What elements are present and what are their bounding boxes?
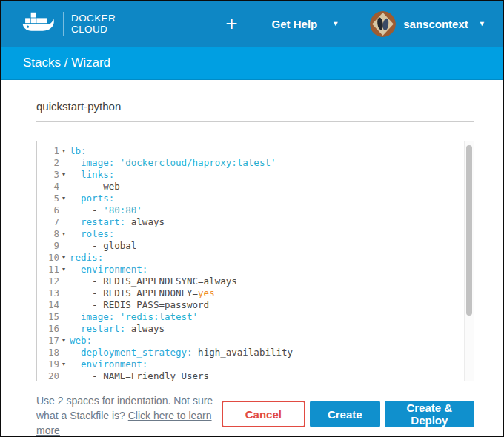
editor-scrollbar-track[interactable] [464, 141, 474, 381]
editor-lines: 1▾lb:2 image: 'dockercloud/haproxy:lates… [37, 145, 474, 381]
get-help-label: Get Help [272, 18, 318, 30]
fold-gutter-empty [59, 311, 70, 323]
code-text: deployment_strategy: high_availability [70, 347, 474, 358]
line-number: 5 [37, 193, 59, 204]
fold-arrow-icon[interactable]: ▾ [59, 252, 70, 264]
line-number: 4 [37, 181, 59, 193]
code-line: 20 - NAME=Friendly Users [37, 370, 474, 381]
fold-gutter-empty [59, 181, 70, 193]
chevron-down-icon: ▾ [480, 20, 484, 27]
code-text: - REDIS_PASS=password [70, 299, 474, 311]
line-number: 15 [37, 311, 59, 323]
line-number: 17 [37, 335, 59, 347]
stack-name-input[interactable] [36, 97, 474, 122]
fold-arrow-icon[interactable]: ▾ [59, 264, 70, 276]
code-text: - NAME=Friendly Users [70, 370, 474, 381]
logo-divider [63, 12, 64, 36]
indentation-hint: Use 2 spaces for indentation. Not sure w… [36, 393, 222, 437]
code-text: - global [70, 240, 474, 252]
fold-gutter-empty [59, 370, 70, 381]
fold-arrow-icon[interactable]: ▾ [59, 145, 70, 157]
fold-gutter-empty [59, 216, 70, 228]
fold-gutter-empty [59, 299, 70, 311]
line-number: 20 [37, 370, 59, 381]
code-text: ports: [70, 193, 474, 204]
code-line: 18 deployment_strategy: high_availabilit… [37, 347, 474, 358]
code-text: roles: [70, 228, 474, 240]
fold-arrow-icon[interactable]: ▾ [59, 228, 70, 240]
code-text: image: 'redis:latest' [70, 311, 474, 323]
line-number: 19 [37, 358, 59, 370]
fold-gutter-empty [59, 347, 70, 358]
code-line: 13 - REDIS_APPENDONLY=yes [37, 287, 474, 299]
code-text: environment: [70, 264, 474, 276]
code-text: redis: [70, 252, 474, 264]
fold-arrow-icon[interactable]: ▾ [59, 169, 70, 181]
fold-gutter-empty [59, 157, 70, 169]
line-number: 7 [37, 216, 59, 228]
stackfile-editor[interactable]: 1▾lb:2 image: 'dockercloud/haproxy:lates… [36, 141, 474, 381]
docker-cloud-window: DOCKER CLOUD + Get Help ▾ [0, 0, 504, 437]
line-number: 10 [37, 252, 59, 264]
code-line: 12 - REDIS_APPENDFSYNC=always [37, 276, 474, 287]
line-number: 6 [37, 204, 59, 216]
breadcrumb-bar: Stacks / Wizard [1, 47, 503, 80]
username: sanscontext [403, 18, 468, 30]
docker-cloud-logo[interactable]: DOCKER CLOUD [21, 11, 116, 36]
fold-arrow-icon[interactable]: ▾ [59, 193, 70, 204]
code-text: - REDIS_APPENDFSYNC=always [70, 276, 474, 287]
user-menu[interactable]: sanscontext ▾ [370, 11, 484, 37]
top-navbar: DOCKER CLOUD + Get Help ▾ [1, 1, 503, 47]
create-button[interactable]: Create [310, 401, 380, 427]
fold-gutter-empty [59, 204, 70, 216]
action-buttons: Cancel Create Create & Deploy [222, 401, 474, 427]
fold-gutter-empty [59, 323, 70, 335]
line-number: 18 [37, 347, 59, 358]
avatar [370, 11, 396, 37]
code-line: 9 - global [37, 240, 474, 252]
code-text: restart: always [70, 323, 474, 335]
line-number: 8 [37, 228, 59, 240]
line-number: 11 [37, 264, 59, 276]
code-line: 19▾ environment: [37, 358, 474, 370]
create-new-button[interactable]: + [225, 13, 237, 34]
code-line: 5▾ ports: [37, 193, 474, 204]
code-line: 3▾ links: [37, 169, 474, 181]
code-text: image: 'dockercloud/haproxy:latest' [70, 157, 474, 169]
wizard-footer: Use 2 spaces for indentation. Not sure w… [36, 393, 474, 437]
code-text: - REDIS_APPENDONLY=yes [70, 287, 474, 299]
docker-whale-icon [21, 11, 54, 36]
line-number: 14 [37, 299, 59, 311]
code-line: 2 image: 'dockercloud/haproxy:latest' [37, 157, 474, 169]
get-help-menu[interactable]: Get Help ▾ [272, 18, 338, 30]
code-text: environment: [70, 358, 474, 370]
line-number: 9 [37, 240, 59, 252]
wizard-content: 1▾lb:2 image: 'dockercloud/haproxy:lates… [1, 80, 503, 437]
code-text: links: [70, 169, 474, 181]
create-deploy-button[interactable]: Create & Deploy [385, 401, 474, 427]
code-line: 14 - REDIS_PASS=password [37, 299, 474, 311]
chevron-down-icon: ▾ [334, 20, 337, 27]
fold-gutter-empty [59, 287, 70, 299]
code-line: 6 - '80:80' [37, 204, 474, 216]
editor-scrollbar-thumb[interactable] [466, 145, 472, 316]
code-line: 4 - web [37, 181, 474, 193]
code-line: 16 restart: always [37, 323, 474, 335]
fold-gutter-empty [59, 276, 70, 287]
fold-gutter-empty [59, 240, 70, 252]
fold-arrow-icon[interactable]: ▾ [59, 335, 70, 347]
code-text: restart: always [70, 216, 474, 228]
code-line: 17▾web: [37, 335, 474, 347]
cancel-button[interactable]: Cancel [222, 401, 305, 427]
line-number: 12 [37, 276, 59, 287]
code-line: 15 image: 'redis:latest' [37, 311, 474, 323]
code-text: - '80:80' [70, 204, 474, 216]
line-number: 13 [37, 287, 59, 299]
fold-arrow-icon[interactable]: ▾ [59, 358, 70, 370]
code-text: web: [70, 335, 474, 347]
brand-line-2: CLOUD [71, 24, 116, 35]
breadcrumb: Stacks / Wizard [23, 56, 110, 70]
brand-line-1: DOCKER [71, 13, 116, 24]
code-line: 7 restart: always [37, 216, 474, 228]
code-line: 10▾redis: [37, 252, 474, 264]
